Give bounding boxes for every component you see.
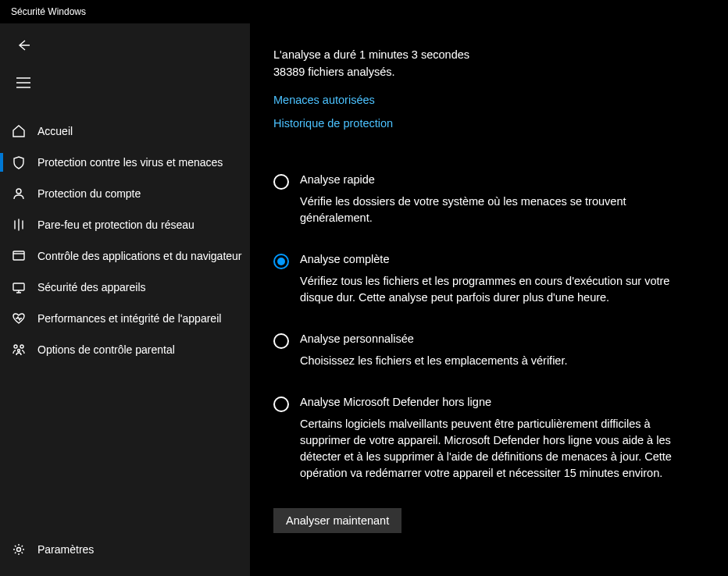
nav-label: Sécurité des appareils <box>37 281 146 293</box>
hamburger-icon <box>16 77 30 88</box>
network-icon <box>9 215 28 234</box>
svg-point-6 <box>17 548 21 552</box>
nav-device-security[interactable]: Sécurité des appareils <box>0 272 250 303</box>
radio-offline-scan[interactable] <box>273 396 289 412</box>
svg-point-0 <box>16 189 21 194</box>
svg-point-5 <box>18 350 20 352</box>
scan-options: Analyse rapide Vérifie les dossiers de v… <box>273 173 684 482</box>
nav-account-protection[interactable]: Protection du compte <box>0 178 250 209</box>
nav-label: Performances et intégrité de l'appareil <box>37 312 221 325</box>
nav-virus-protection[interactable]: Protection contre les virus et menaces <box>0 147 250 178</box>
protection-history-link[interactable]: Historique de protection <box>273 117 684 130</box>
scan-duration-text: L'analyse a duré 1 minutes 3 secondes <box>273 47 684 64</box>
nav-label: Options de contrôle parental <box>37 343 175 356</box>
back-button[interactable] <box>12 34 34 56</box>
option-title: Analyse personnalisée <box>300 332 684 345</box>
app-title: Sécurité Windows <box>11 6 86 17</box>
titlebar: Sécurité Windows <box>0 0 728 23</box>
option-offline-scan: Analyse Microsoft Defender hors ligne Ce… <box>273 396 684 482</box>
svg-rect-1 <box>13 251 24 260</box>
option-custom-scan: Analyse personnalisée Choisissez les fic… <box>273 332 684 369</box>
sidebar: Accueil Protection contre les virus et m… <box>0 23 250 576</box>
nav-label: Pare-feu et protection du réseau <box>37 219 194 231</box>
heart-icon <box>9 309 28 328</box>
nav-label: Paramètres <box>37 543 94 556</box>
option-title: Analyse Microsoft Defender hors ligne <box>300 396 684 408</box>
person-icon <box>9 184 28 203</box>
nav-label: Protection du compte <box>37 187 141 200</box>
svg-rect-2 <box>13 283 24 290</box>
shield-icon <box>9 153 28 172</box>
radio-full-scan[interactable] <box>273 254 289 269</box>
radio-custom-scan[interactable] <box>273 333 289 349</box>
nav-performance-health[interactable]: Performances et intégrité de l'appareil <box>0 303 250 334</box>
main-content: L'analyse a duré 1 minutes 3 secondes 38… <box>250 23 728 576</box>
nav-label: Accueil <box>37 125 73 137</box>
files-scanned-text: 38389 fichiers analysés. <box>273 64 684 81</box>
option-title: Analyse rapide <box>300 173 684 186</box>
option-desc: Certains logiciels malveillants peuvent … <box>300 416 684 482</box>
nav-app-browser-control[interactable]: Contrôle des applications et du navigate… <box>0 240 250 272</box>
allowed-threats-link[interactable]: Menaces autorisées <box>273 94 684 106</box>
arrow-left-icon <box>16 37 31 53</box>
nav-list: Accueil Protection contre les virus et m… <box>0 116 250 534</box>
option-desc: Vérifiez tous les fichiers et les progra… <box>300 273 684 306</box>
svg-point-4 <box>20 345 23 348</box>
nav-firewall[interactable]: Pare-feu et protection du réseau <box>0 209 250 240</box>
nav-label: Protection contre les virus et menaces <box>37 156 223 169</box>
scan-now-button[interactable]: Analyser maintenant <box>273 508 401 533</box>
option-full-scan: Analyse complète Vérifiez tous les fichi… <box>273 253 684 306</box>
nav-settings[interactable]: Paramètres <box>0 534 250 565</box>
hamburger-button[interactable] <box>12 72 34 94</box>
option-desc: Choisissez les fichiers et les emplaceme… <box>300 353 684 369</box>
option-quick-scan: Analyse rapide Vérifie les dossiers de v… <box>273 173 684 226</box>
nav-label: Contrôle des applications et du navigate… <box>37 250 242 262</box>
family-icon <box>9 340 28 359</box>
gear-icon <box>9 540 28 559</box>
option-desc: Vérifie les dossiers de votre système où… <box>300 194 684 226</box>
nav-family-options[interactable]: Options de contrôle parental <box>0 334 250 365</box>
radio-quick-scan[interactable] <box>273 174 289 190</box>
svg-point-3 <box>14 345 17 348</box>
device-icon <box>9 278 28 297</box>
option-title: Analyse complète <box>300 253 684 265</box>
nav-home[interactable]: Accueil <box>0 116 250 147</box>
home-icon <box>9 122 28 140</box>
app-browser-icon <box>9 247 28 265</box>
